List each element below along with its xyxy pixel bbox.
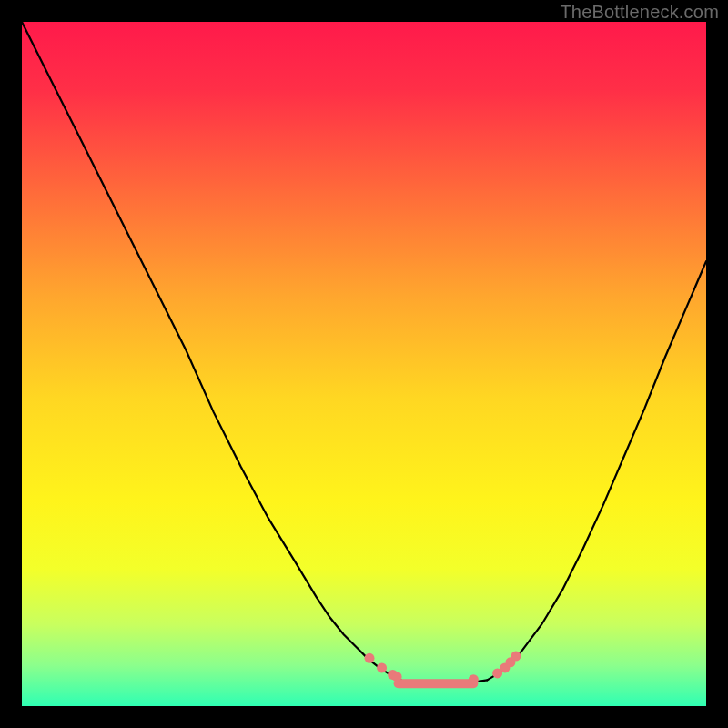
gradient-background	[22, 22, 706, 706]
plot-area	[22, 22, 706, 706]
chart-svg	[22, 22, 706, 706]
chart-frame: TheBottleneck.com	[0, 0, 728, 728]
marker-dot-left-dots	[377, 662, 387, 672]
marker-dot-left-dots	[365, 653, 375, 663]
marker-dot-right-dots	[511, 652, 521, 662]
watermark-text: TheBottleneck.com	[560, 2, 719, 23]
marker-dot-right-dots	[469, 674, 479, 684]
marker-dot-left-dots	[392, 672, 402, 682]
